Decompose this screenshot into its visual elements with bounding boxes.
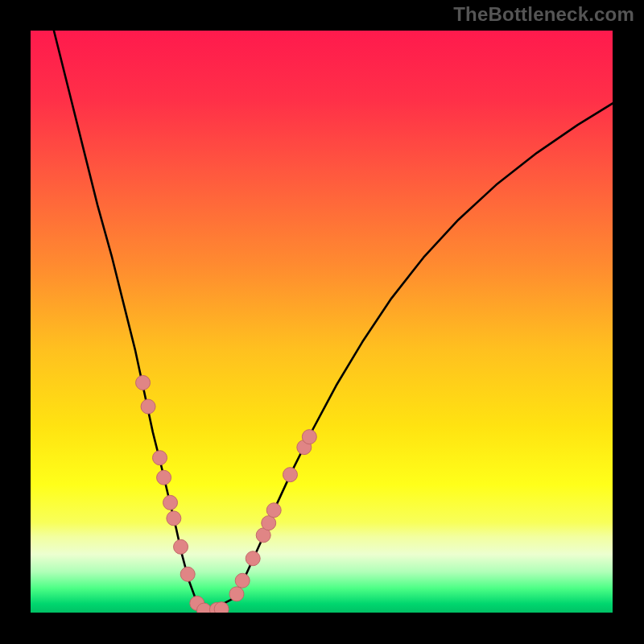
data-marker bbox=[167, 511, 181, 526]
data-marker bbox=[283, 468, 297, 482]
bottleneck-chart bbox=[0, 0, 644, 644]
data-marker bbox=[246, 551, 260, 566]
data-marker bbox=[235, 573, 250, 588]
chart-frame: TheBottleneck.com bbox=[0, 0, 644, 644]
data-marker bbox=[141, 399, 155, 414]
data-marker bbox=[180, 567, 195, 581]
plot-background bbox=[31, 31, 613, 613]
data-marker bbox=[266, 503, 281, 518]
data-marker bbox=[136, 375, 151, 390]
data-marker bbox=[157, 470, 171, 485]
watermark-text: TheBottleneck.com bbox=[453, 3, 634, 26]
data-marker bbox=[262, 516, 276, 530]
data-marker bbox=[153, 451, 167, 465]
data-marker bbox=[174, 539, 188, 554]
data-marker bbox=[302, 430, 316, 444]
data-marker bbox=[163, 495, 178, 510]
data-marker bbox=[229, 587, 244, 601]
